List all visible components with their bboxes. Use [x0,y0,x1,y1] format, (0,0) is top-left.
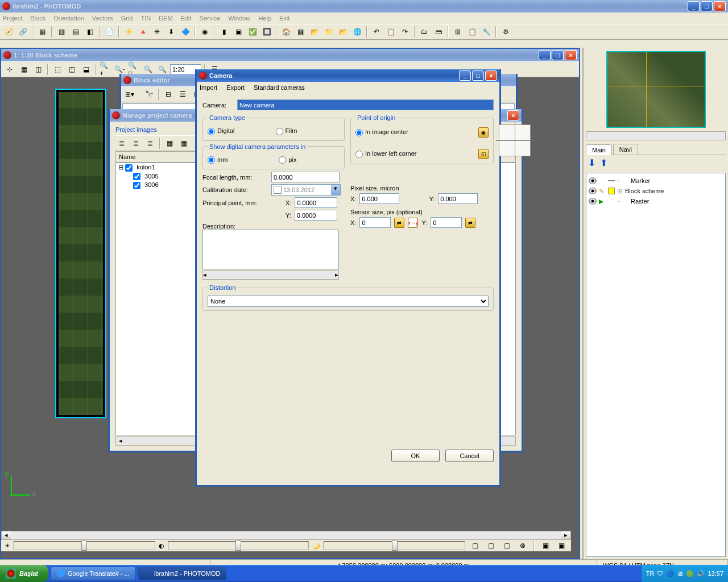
tool-icon[interactable]: ≣ [115,137,128,149]
radio-film[interactable]: Film [276,127,297,135]
menu-grid[interactable]: Grid [121,15,133,22]
tool-icon[interactable]: ▦ [294,26,307,38]
radio-mm[interactable]: mm [208,156,228,164]
camera-name-input[interactable] [237,99,494,110]
tool-icon[interactable]: 🧭 [2,26,15,38]
binoculars-icon[interactable]: 🔭 [143,88,155,101]
layer-tree[interactable]: ⊦ Marker ✎ ⊞ Block scheme ▶ ⊦ Raster [586,173,726,557]
tree-root[interactable]: kolon1 [136,164,155,171]
chevron-down-icon[interactable]: ▾ [331,185,340,195]
tool-icon[interactable]: 🔺 [136,26,149,38]
tool-icon[interactable]: 📂 [308,26,321,38]
tool-icon[interactable]: 📁 [322,26,335,38]
tool-icon[interactable]: 🌐 [351,26,363,38]
origin-center-icon[interactable]: ◉ [478,127,489,138]
origin-ll-icon[interactable]: ◱ [478,149,489,159]
tool-icon[interactable]: 🏠 [280,26,292,38]
tool-icon[interactable]: ⊞▾ [123,88,136,101]
tool-icon[interactable]: 📋 [466,26,478,38]
ok-button[interactable]: OK [391,450,440,462]
layer-marker[interactable]: ⊦ Marker [589,176,723,186]
brightness-slider[interactable] [14,541,155,550]
tool-icon[interactable]: ▦ [36,26,48,38]
tool-icon[interactable]: 📋 [384,26,397,38]
tool-icon[interactable]: ≣ [144,137,156,149]
menu-block[interactable]: Block [30,15,46,22]
menu-project[interactable]: Project [3,15,22,22]
menu-edit[interactable]: Edit [181,15,192,22]
swap-icon[interactable]: ⇄ [394,218,404,228]
overview-thumbnail[interactable] [606,51,706,128]
tool-icon[interactable]: ⚡ [122,26,135,38]
tool-icon[interactable]: ⬇ [165,26,177,38]
tray-icon[interactable]: 🔊 [697,570,705,577]
tool-icon[interactable]: ✅ [246,26,259,38]
contrast-slider[interactable] [168,541,309,550]
tray-icon[interactable]: 🛡 [657,570,663,577]
menu-service[interactable]: Service [200,15,221,22]
main-close-button[interactable]: × [714,1,726,11]
radio-center[interactable]: In image center [355,128,408,136]
cam-menu-import[interactable]: Import [200,84,217,91]
tool-icon[interactable]: 🗂 [418,26,431,38]
tool-icon[interactable]: 📂 [337,26,349,38]
distortion-select[interactable]: None [208,296,489,307]
tool-icon[interactable]: ⬓ [80,63,92,76]
tool-icon[interactable]: ✳ [151,26,163,38]
tool-icon[interactable]: ▢ [500,539,513,552]
eye-icon[interactable] [589,177,597,184]
cam-menu-standard[interactable]: Standard cameras [254,84,305,91]
tray-icon[interactable]: 🖥 [677,570,683,577]
bs-max-button[interactable]: □ [552,50,564,60]
tool-icon[interactable]: ▦ [163,137,176,149]
calib-date-picker[interactable]: 13.03.2012 ▾ [271,184,341,196]
tool-icon[interactable]: ⊹ [3,63,16,76]
tool-icon[interactable]: ▤ [69,26,82,38]
bs-close-button[interactable]: × [565,50,577,60]
tool-icon[interactable]: ⚙ [499,26,512,38]
tool-icon[interactable]: 📄 [103,26,115,38]
tool-icon[interactable]: ▮ [218,26,230,38]
down-arrow-icon[interactable]: ⬇ [588,157,595,168]
tool-icon[interactable]: ▣ [232,26,245,38]
tool-icon[interactable]: ▥ [55,26,68,38]
task-photomod[interactable]: ibrahim2 - PHOTOMOD [138,567,227,580]
menu-help[interactable]: Help [258,15,271,22]
zoom-in-icon[interactable]: 🔍+ [99,63,111,76]
tool-icon[interactable]: ▣ [539,539,552,552]
tool-icon[interactable]: ▣ [555,539,568,552]
tool-icon[interactable]: ⬚ [51,63,64,76]
pp-y-input[interactable] [295,210,337,221]
radio-pix[interactable]: pix [279,156,296,164]
tree-checkbox[interactable] [133,173,140,180]
tool-icon[interactable]: 🗃 [432,26,445,38]
h-scrollbar[interactable]: ◂ ▸ [1,531,571,540]
pp-x-input[interactable] [295,197,337,208]
layer-raster[interactable]: ▶ ⊦ Raster [589,196,723,206]
cancel-button[interactable]: Cancel [445,450,494,462]
lang-indicator[interactable]: TR [646,570,655,577]
undo-icon[interactable]: ↶ [370,26,383,38]
xy-icon[interactable]: x↔y [408,218,418,228]
tool-icon[interactable]: 🔧 [480,26,493,38]
tool-icon[interactable]: ▦ [177,137,190,149]
eye-icon[interactable] [589,198,597,205]
gamma-slider[interactable] [324,541,465,550]
tree-item[interactable]: 3006 [144,181,158,188]
cam-menu-export[interactable]: Export [226,84,245,91]
tray-icon[interactable]: 🔵 [666,570,674,577]
menu-vectors[interactable]: Vectors [92,15,113,22]
tool-icon[interactable]: ≣ [130,137,142,149]
system-tray[interactable]: TR 🛡 🔵 🖥 🟢 🔊 13:57 [642,565,728,582]
overview-scrollbar[interactable] [586,131,726,140]
tab-main[interactable]: Main [586,144,612,155]
px-y-input[interactable] [438,193,478,204]
tool-icon[interactable]: ▦ [18,63,30,76]
menu-dem[interactable]: DEM [159,15,172,22]
eye-icon[interactable] [589,188,597,194]
tray-icon[interactable]: 🟢 [686,570,694,577]
main-min-button[interactable]: _ [688,1,700,11]
tool-icon[interactable]: ◉ [198,26,211,38]
clock[interactable]: 13:57 [708,570,723,577]
menu-window[interactable]: Window [228,15,250,22]
